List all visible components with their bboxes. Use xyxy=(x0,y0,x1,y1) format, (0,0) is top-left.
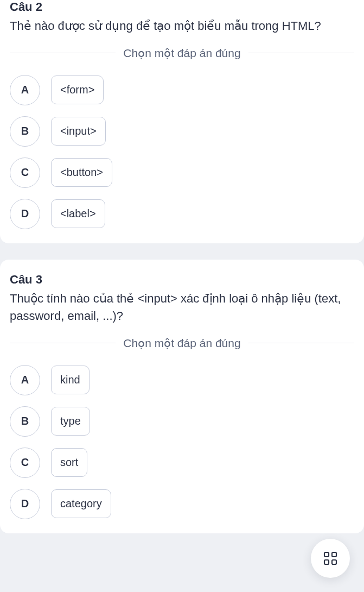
option-letter: D xyxy=(10,199,40,229)
question-text: Thẻ nào được sử dụng để tạo một biểu mẫu… xyxy=(10,17,354,35)
question-card-2: Câu 2 Thẻ nào được sử dụng để tạo một bi… xyxy=(0,0,364,243)
option-a[interactable]: A kind xyxy=(10,365,354,395)
instruction-label: Chọn một đáp án đúng xyxy=(123,337,240,350)
option-c[interactable]: C sort xyxy=(10,448,354,478)
option-letter: D xyxy=(10,489,40,519)
instruction-divider: Chọn một đáp án đúng xyxy=(10,47,354,60)
divider-line xyxy=(248,343,354,343)
option-b[interactable]: B type xyxy=(10,406,354,437)
option-letter: B xyxy=(10,406,40,437)
option-text: kind xyxy=(51,366,90,394)
option-c[interactable]: C <button> xyxy=(10,158,354,188)
option-letter: B xyxy=(10,116,40,147)
options-list: A <form> B <input> C <button> D <label> xyxy=(10,75,354,229)
option-text: <input> xyxy=(51,117,106,146)
divider-line xyxy=(248,53,354,53)
option-a[interactable]: A <form> xyxy=(10,75,354,105)
option-text: type xyxy=(51,407,90,436)
option-b[interactable]: B <input> xyxy=(10,116,354,147)
instruction-label: Chọn một đáp án đúng xyxy=(123,47,240,60)
options-list: A kind B type C sort D category xyxy=(10,365,354,519)
option-text: sort xyxy=(51,448,87,477)
question-text: Thuộc tính nào của thẻ <input> xác định … xyxy=(10,290,354,325)
question-number: Câu 3 xyxy=(10,273,354,287)
option-text: category xyxy=(51,489,111,518)
option-text: <label> xyxy=(51,199,105,228)
option-text: <form> xyxy=(51,75,104,104)
option-d[interactable]: D category xyxy=(10,489,354,519)
instruction-divider: Chọn một đáp án đúng xyxy=(10,337,354,350)
option-d[interactable]: D <label> xyxy=(10,199,354,229)
divider-line xyxy=(10,343,116,343)
option-letter: C xyxy=(10,158,40,188)
question-card-3: Câu 3 Thuộc tính nào của thẻ <input> xác… xyxy=(0,260,364,533)
question-number: Câu 2 xyxy=(10,0,354,14)
option-letter: A xyxy=(10,75,40,105)
option-letter: C xyxy=(10,448,40,478)
option-letter: A xyxy=(10,365,40,395)
divider-line xyxy=(10,53,116,53)
grid-menu-button[interactable] xyxy=(311,539,350,550)
option-text: <button> xyxy=(51,158,112,187)
